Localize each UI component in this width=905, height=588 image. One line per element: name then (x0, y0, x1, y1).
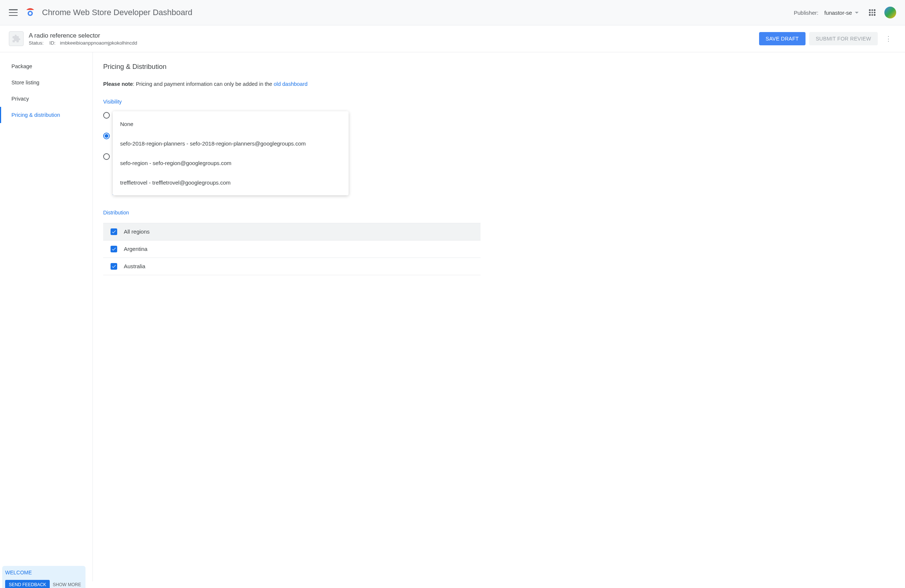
save-draft-button[interactable]: SAVE DRAFT (759, 32, 805, 45)
item-bar: A radio reference selector Status: ID:im… (0, 25, 905, 52)
pricing-note: Please note: Pricing and payment informa… (103, 81, 481, 87)
send-feedback-button[interactable]: SEND FEEDBACK (5, 580, 50, 582)
region-checkbox-all[interactable] (111, 228, 117, 235)
extension-icon (9, 31, 24, 46)
visibility-radio-1[interactable] (103, 133, 110, 139)
sidebar-item-pricing-distribution[interactable]: Pricing & distribution (0, 107, 92, 123)
app-header: Chrome Web Store Developer Dashboard Pub… (0, 0, 905, 25)
main-content: Pricing & Distribution Please note: Pric… (93, 52, 491, 582)
item-name: A radio reference selector (29, 32, 756, 40)
chrome-web-store-logo (25, 7, 35, 18)
sidebar: Package Store listing Privacy Pricing & … (0, 52, 93, 582)
distribution-section-label: Distribution (103, 210, 481, 216)
svg-point-1 (29, 12, 32, 15)
sidebar-item-privacy[interactable]: Privacy (0, 90, 92, 107)
avatar[interactable] (884, 6, 896, 18)
submit-review-button[interactable]: SUBMIT FOR REVIEW (809, 32, 878, 45)
group-dropdown-popup: None sefo-2018-region-planners - sefo-20… (113, 111, 349, 195)
publisher-dropdown[interactable]: funastor-se (824, 10, 859, 16)
menu-icon[interactable] (9, 9, 18, 16)
sidebar-item-package[interactable]: Package (0, 58, 92, 74)
header-title: Chrome Web Store Developer Dashboard (42, 8, 192, 17)
region-row: Argentina (103, 241, 481, 258)
page-title: Pricing & Distribution (103, 63, 481, 71)
welcome-title: WELCOME (5, 570, 81, 578)
visibility-radio-2[interactable] (103, 153, 110, 160)
apps-grid-icon[interactable] (869, 9, 875, 16)
sidebar-item-store-listing[interactable]: Store listing (0, 74, 92, 90)
chevron-down-icon (855, 12, 859, 14)
dropdown-option-2[interactable]: sefo-region - sefo-region@googlegroups.c… (113, 153, 349, 173)
dropdown-option-3[interactable]: treffletrovel - treffletrovel@googlegrou… (113, 173, 349, 192)
old-dashboard-link[interactable]: old dashboard (274, 81, 308, 87)
visibility-radio-0[interactable] (103, 112, 110, 119)
region-row: Australia (103, 258, 481, 275)
welcome-widget: WELCOME SEND FEEDBACK SHOW MORE (2, 566, 86, 582)
dropdown-option-none[interactable]: None (113, 114, 349, 134)
visibility-section-label: Visibility (103, 99, 481, 105)
distribution-table: All regions Argentina Australia (103, 223, 481, 275)
item-meta: Status: ID:imbkeeibioanppnoaomjpkokolhin… (29, 40, 756, 46)
region-checkbox[interactable] (111, 263, 117, 270)
publisher-label: Publisher: (794, 10, 818, 16)
dropdown-option-1[interactable]: sefo-2018-region-planners - sefo-2018-re… (113, 134, 349, 153)
region-checkbox[interactable] (111, 246, 117, 252)
more-options-icon[interactable]: ⋮ (881, 32, 896, 46)
region-row-all: All regions (103, 223, 481, 241)
